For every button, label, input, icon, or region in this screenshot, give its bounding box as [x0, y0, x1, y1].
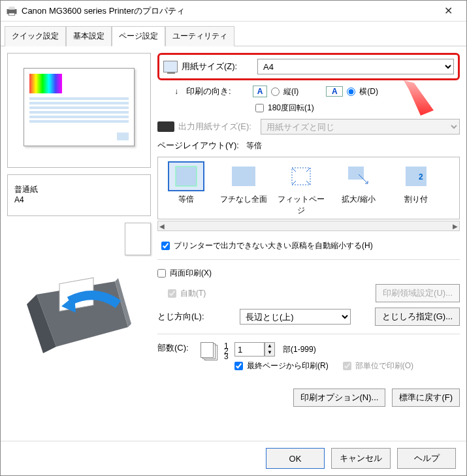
binding-select[interactable]: 長辺とじ(上)	[240, 309, 351, 325]
printer-properties-window: Canon MG3600 series Printerのプロパティ ✕ クイック…	[0, 0, 467, 476]
close-button[interactable]: ✕	[435, 5, 461, 17]
page-layout-value: 等倍	[246, 140, 262, 151]
window-title: Canon MG3600 series Printerのプロパティ	[22, 5, 435, 17]
page-layout-label: ページレイアウト(Y):	[157, 140, 242, 151]
copies-spinner[interactable]: ▲▼	[234, 342, 275, 357]
duplex-checkbox[interactable]: 両面印刷(X)	[157, 268, 212, 279]
printer-icon	[6, 6, 18, 16]
print-area-button: 印刷領域設定(U)...	[376, 284, 460, 302]
svg-rect-9	[176, 167, 197, 186]
page-layout-strip: 等倍 フチなし全面 フィットページ 拡大/縮小 2 割り付	[157, 157, 460, 219]
print-options-button[interactable]: 印刷オプション(N)...	[293, 389, 386, 407]
ok-button[interactable]: OK	[266, 448, 325, 469]
media-info-panel: 普通紙 A4	[7, 174, 151, 216]
output-size-label: 出力用紙サイズ(E):	[178, 121, 257, 133]
copies-label: 部数(C):	[157, 342, 197, 354]
printer-small-icon	[157, 121, 174, 132]
binding-margin-button[interactable]: とじしろ指定(G)...	[375, 308, 460, 326]
layout-item-fit[interactable]: フィットページ	[276, 163, 327, 216]
layout-item-borderless[interactable]: フチなし全面	[218, 163, 269, 216]
tab-quick-setup[interactable]: クイック設定	[5, 26, 66, 46]
titlebar: Canon MG3600 series Printerのプロパティ ✕	[1, 1, 466, 22]
layout-item-scaled[interactable]: 拡大/縮小	[333, 163, 384, 216]
copies-range: 部(1-999)	[283, 344, 316, 355]
output-size-select: 用紙サイズと同じ	[261, 119, 460, 135]
media-type-value: 普通紙	[14, 184, 144, 195]
layout-item-normal[interactable]: 等倍	[161, 163, 212, 216]
portrait-icon: A	[253, 86, 267, 97]
tab-page-setup[interactable]: ページ設定	[112, 26, 165, 46]
right-column: 用紙サイズ(Z): A4 ↓ 印刷の向き: A 縦(I) A 横(D) 180度…	[157, 53, 460, 412]
output-preview-thumb	[125, 223, 151, 255]
orientation-label: 印刷の向き:	[186, 86, 249, 97]
monitor-icon	[163, 61, 178, 72]
page-size-row-highlight: 用紙サイズ(Z): A4	[157, 53, 460, 80]
layout-item-nup[interactable]: 2 割り付	[391, 163, 442, 216]
svg-rect-10	[232, 167, 255, 186]
tab-utility[interactable]: ユーティリティ	[165, 26, 234, 46]
binding-label: とじ方向(L):	[157, 311, 236, 323]
help-button[interactable]: ヘルプ	[397, 448, 456, 469]
page-size-select[interactable]: A4	[257, 59, 454, 74]
duplex-auto-checkbox: 自動(T)	[157, 288, 206, 299]
orientation-portrait[interactable]: 縦(I)	[271, 86, 298, 97]
restore-defaults-button[interactable]: 標準に戻す(F)	[392, 389, 460, 407]
orientation-landscape[interactable]: 横(D)	[347, 86, 378, 97]
svg-rect-2	[9, 13, 15, 16]
svg-rect-1	[9, 7, 15, 10]
page-preview-panel	[7, 53, 151, 168]
page-order-icon: 123	[224, 342, 231, 362]
reverse-order-checkbox[interactable]: 最終ページから印刷(R)	[234, 360, 329, 372]
printer-illustration: A	[17, 268, 141, 366]
left-column: 普通紙 A4 A	[7, 53, 151, 412]
collate-icon	[201, 342, 220, 360]
svg-rect-13	[406, 167, 427, 186]
svg-text:2: 2	[419, 172, 423, 182]
collate-checkbox: 部単位で印刷(O)	[343, 360, 413, 372]
tab-bar: クイック設定 基本設定 ページ設定 ユーティリティ	[1, 22, 466, 46]
media-size-value: A4	[14, 195, 144, 204]
svg-text:3: 3	[224, 352, 229, 361]
landscape-icon: A	[326, 86, 343, 97]
tab-main[interactable]: 基本設定	[66, 26, 112, 46]
dialog-footer: OK キャンセル ヘルプ	[1, 441, 466, 475]
page-preview	[24, 68, 135, 146]
rotate-180-checkbox[interactable]: 180度回転(1)	[255, 103, 314, 114]
page-size-label: 用紙サイズ(Z):	[182, 61, 253, 72]
layout-scrollbar[interactable]: ◀▶	[157, 221, 460, 231]
cancel-button[interactable]: キャンセル	[331, 448, 391, 469]
auto-reduce-checkbox[interactable]: プリンターで出力できない大きい原稿を自動縮小する(H)	[157, 240, 460, 251]
